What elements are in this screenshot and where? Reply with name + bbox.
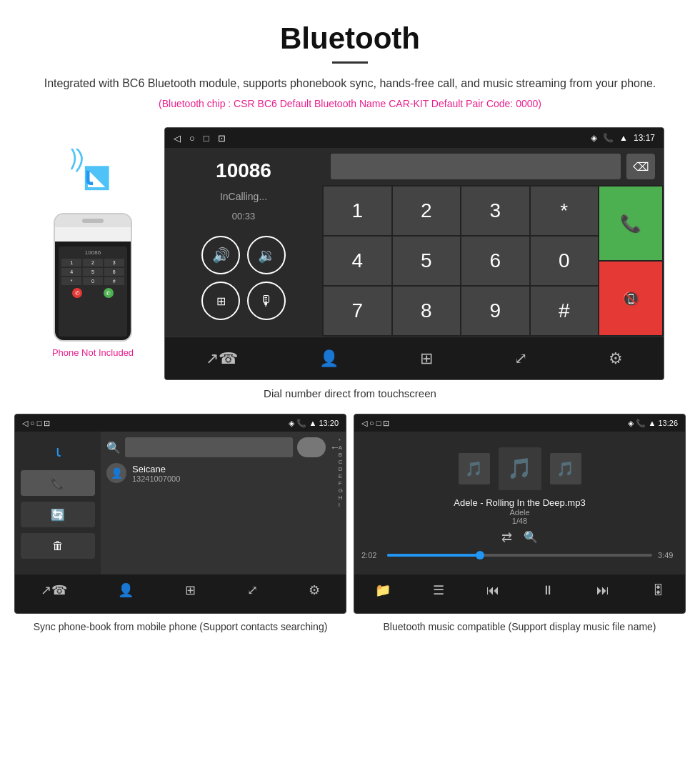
key-4[interactable]: 4: [324, 237, 391, 285]
music-note-left: 🎵: [465, 460, 483, 477]
music-artist: Adele: [454, 508, 585, 517]
pb-call-tab[interactable]: ↗☎: [41, 582, 67, 598]
home-icon: ○: [189, 133, 195, 144]
pb-settings-tab[interactable]: ⚙: [309, 582, 320, 598]
action-col: 📞 📵: [599, 185, 664, 337]
progress-row: 2:02 3:49: [361, 551, 678, 559]
key-8[interactable]: 8: [393, 287, 461, 335]
bt-icon-area: ⍳: [21, 439, 95, 464]
music-list-icon[interactable]: ☰: [433, 582, 444, 598]
music-eq-icon[interactable]: 🎛: [651, 583, 664, 598]
key-3[interactable]: 3: [461, 186, 529, 235]
bluetooth-waves-svg: ⬔ ⍳: [64, 149, 114, 199]
progress-dot: [476, 551, 484, 559]
status-time: 13:17: [634, 133, 655, 143]
contacts-icon[interactable]: 👤: [319, 349, 339, 368]
music-prev-icon[interactable]: ⏮: [486, 583, 499, 598]
music-body: 🎵 🎵 🎵 Adele - Rolling In the Deep.mp3 Ad…: [354, 432, 685, 574]
dialer-input-field[interactable]: [331, 154, 621, 179]
key-0[interactable]: 0: [531, 237, 599, 285]
phonebook-left: ⍳ 📞 🔄 🗑: [15, 432, 101, 574]
music-artwork-row: 🎵 🎵 🎵: [459, 447, 581, 490]
keypad-area: 1 2 3 * 4 5 6 0 7 8 9 #: [322, 185, 664, 337]
dialer-right-panel: ⌫ 1 2 3 * 4 5 6 0 7: [322, 148, 664, 337]
settings-icon[interactable]: ⚙: [609, 349, 623, 368]
android-statusbar: ◁ ○ □ ⊡ ◈ 📞 ▲ 13:17: [165, 128, 664, 148]
dialpad-icon[interactable]: ⊞: [420, 349, 433, 368]
phone-illustration: ⬔ ⍳ 10086 1 2 3 4 5 6 *: [36, 127, 150, 358]
pb-alpha-list: * A B C D E F G H I: [339, 437, 343, 508]
music-nav-icons: ◁ ○ □ ⊡: [361, 419, 389, 428]
mock-key-star: *: [61, 277, 81, 285]
volume-down-btn[interactable]: 🔉: [247, 236, 286, 274]
phone-mock: 10086 1 2 3 4 5 6 * 0 # ✆ ✆: [54, 213, 132, 342]
pb-call-btn[interactable]: 📞: [21, 470, 95, 496]
music-folder-icon[interactable]: 📁: [375, 582, 391, 598]
call-icon: 📞: [603, 133, 614, 143]
shuffle-icon[interactable]: ⇄: [501, 529, 512, 545]
music-note-main: 🎵: [507, 457, 532, 480]
caption-dialer: Dial number direct from touchscreen: [0, 380, 700, 414]
pb-contacts-tab[interactable]: 👤: [118, 582, 134, 598]
progress-bar[interactable]: [387, 554, 652, 557]
pb-gray-oval: [297, 437, 326, 457]
album-art-main: 🎵: [499, 447, 541, 490]
pb-search-row: 🔍 ←: [106, 437, 340, 457]
music-status-right: ◈ 📞 ▲ 13:26: [628, 419, 678, 428]
pb-search-input[interactable]: [125, 437, 293, 457]
mock-key-1: 1: [61, 259, 81, 267]
music-play-icon[interactable]: ⏸: [541, 583, 554, 598]
caption-music: Bluetooth music compatible (Support disp…: [354, 614, 686, 632]
music-info: Adele - Rolling In the Deep.mp3 Adele 1/…: [454, 497, 585, 525]
end-btn[interactable]: 📵: [599, 262, 662, 335]
phonebook-screen-wrap: ◁ ○ □ ⊡ ◈ 📞 ▲ 13:20 ⍳ 📞 🔄 🗑 🔍: [14, 414, 346, 632]
recents-icon: □: [204, 133, 209, 144]
phone-mock-screen: 10086 1 2 3 4 5 6 * 0 # ✆ ✆: [55, 242, 131, 342]
key-star[interactable]: *: [531, 186, 599, 235]
call-transfer-icon[interactable]: ↗☎: [206, 349, 238, 368]
caption-phonebook: Sync phone-book from mobile phone (Suppo…: [14, 614, 346, 632]
phone-mock-keypad: 1 2 3 4 5 6 * 0 #: [61, 259, 124, 285]
status-right: ◈ 📞 ▲ 13:17: [591, 133, 655, 143]
screenshot-icon: ⊡: [218, 133, 226, 144]
key-6[interactable]: 6: [461, 237, 529, 285]
keypad-left: 1 2 3 * 4 5 6 0 7 8 9 #: [322, 185, 599, 337]
pb-dialpad-tab[interactable]: ⊞: [185, 582, 196, 598]
specs-line: (Bluetooth chip : CSR BC6 Default Blueto…: [14, 98, 686, 109]
contact-name: Seicane: [132, 464, 180, 474]
pb-sync-btn[interactable]: 🔄: [21, 502, 95, 527]
pb-delete-btn[interactable]: 🗑: [21, 533, 95, 559]
phonebook-body: ⍳ 📞 🔄 🗑 🔍 ← 👤: [15, 432, 346, 574]
pb-transfer-tab[interactable]: ⤢: [247, 582, 258, 598]
key-7[interactable]: 7: [324, 287, 391, 335]
pb-bottombar: ↗☎ 👤 ⊞ ⤢ ⚙: [15, 574, 346, 606]
phone-mock-screen-inner: 10086 1 2 3 4 5 6 * 0 # ✆ ✆: [59, 247, 126, 337]
volume-up-btn[interactable]: 🔊: [201, 236, 240, 274]
mock-key-2: 2: [83, 259, 103, 267]
mock-key-hash: #: [104, 277, 124, 285]
mock-key-6: 6: [104, 268, 124, 276]
music-search-icon[interactable]: 🔍: [524, 530, 538, 544]
bluetooth-icon-large: ⬔ ⍳: [64, 149, 121, 206]
mute-btn[interactable]: 🎙: [247, 282, 286, 320]
music-statusbar: ◁ ○ □ ⊡ ◈ 📞 ▲ 13:26: [354, 414, 685, 432]
pb-statusbar: ◁ ○ □ ⊡ ◈ 📞 ▲ 13:20: [15, 414, 346, 432]
key-9[interactable]: 9: [461, 287, 529, 335]
keypad-grid: 1 2 3 * 4 5 6 0 7 8 9 #: [322, 185, 599, 337]
music-next-icon[interactable]: ⏭: [596, 583, 609, 598]
key-hash[interactable]: #: [531, 287, 599, 335]
key-2[interactable]: 2: [393, 186, 461, 235]
dialer-timer: 00:33: [232, 211, 256, 222]
key-5[interactable]: 5: [393, 237, 461, 285]
title-divider: [332, 61, 368, 64]
top-screen-section: ⬔ ⍳ 10086 1 2 3 4 5 6 *: [0, 127, 700, 380]
backspace-btn[interactable]: ⌫: [626, 154, 655, 179]
bottom-screenshots: ◁ ○ □ ⊡ ◈ 📞 ▲ 13:20 ⍳ 📞 🔄 🗑 🔍: [0, 414, 700, 632]
header-section: Bluetooth Integrated with BC6 Bluetooth …: [0, 0, 700, 127]
dialer-body: 10086 InCalling... 00:33 🔊 🔉 ⊞ 🎙 ⌫: [165, 148, 664, 337]
mock-key-5: 5: [83, 268, 103, 276]
transfer-btn[interactable]: ⊞: [201, 282, 240, 320]
transfer2-icon[interactable]: ⤢: [514, 349, 527, 368]
key-1[interactable]: 1: [324, 186, 391, 235]
answer-btn[interactable]: 📞: [599, 186, 662, 260]
